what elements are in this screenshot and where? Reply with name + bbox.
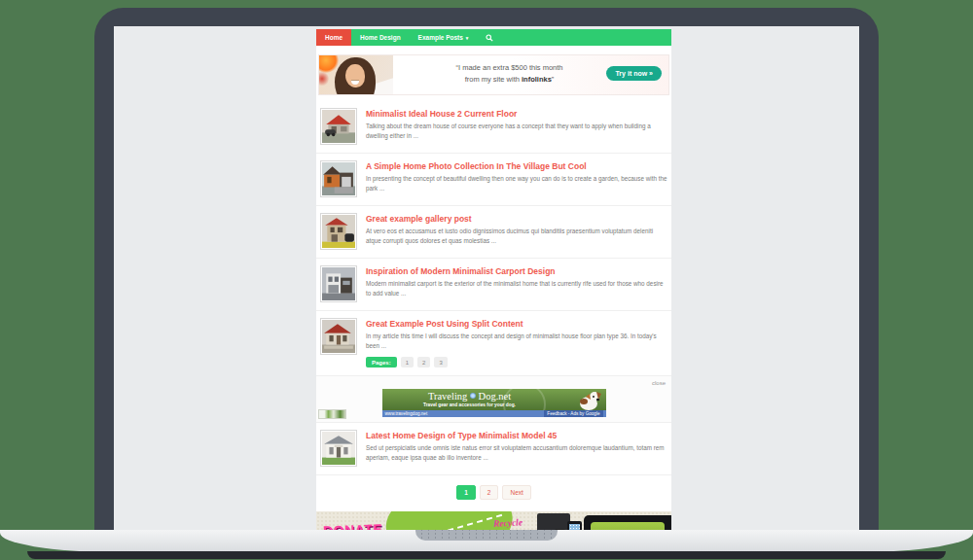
- post-thumbnail[interactable]: [320, 430, 357, 467]
- nav-item-label: Example Posts: [418, 34, 463, 41]
- pagination-page-2[interactable]: 2: [480, 485, 499, 500]
- post-thumbnail[interactable]: [320, 213, 357, 250]
- ad-title: Traveling Dog.net: [382, 391, 558, 402]
- ad-close-link[interactable]: close: [322, 378, 666, 388]
- page-number-3[interactable]: 3: [434, 357, 447, 368]
- ad-tagline: Travel gear and accessories for your dog…: [382, 402, 558, 407]
- ad-url-strip: www.travelingdog.net Feedback - Ads by G…: [382, 410, 606, 417]
- post-excerpt: Talking about the dream house of course …: [366, 122, 667, 141]
- laptop-mockup: { "colors": { "navbar_green": "#2ecc71",…: [0, 0, 973, 560]
- dog-illustration: [574, 391, 603, 410]
- post-title-link[interactable]: Latest Home Design of Type Minimalist Mo…: [366, 431, 667, 440]
- house-photo-orange-wall: [322, 162, 355, 195]
- search-icon: [486, 34, 493, 42]
- split-content-house-photo: [322, 320, 355, 353]
- post-excerpt: In presenting the concept of beautiful d…: [366, 174, 667, 193]
- post-row: A Simple Home Photo Collection In The Vi…: [316, 154, 671, 206]
- chevron-down-icon: ▾: [466, 35, 469, 41]
- post-title-link[interactable]: Inspiration of Modern Minimalist Carport…: [366, 266, 667, 276]
- laptop-base-edge: [27, 551, 946, 559]
- post-row: Great example gallery post At vero eos e…: [316, 206, 671, 259]
- post-row: Great Example Post Using Split Content I…: [316, 311, 671, 376]
- pagination-page-1[interactable]: 1: [456, 485, 476, 500]
- post-row: Inspiration of Modern Minimalist Carport…: [316, 259, 671, 311]
- classic-white-house-photo: [322, 432, 355, 465]
- try-it-now-button[interactable]: Try it now »: [606, 66, 662, 81]
- more-button[interactable]: » MORE: [591, 522, 665, 530]
- nav-item-home-design[interactable]: Home Design: [351, 29, 410, 46]
- gallery-photo-two-story-house: [322, 215, 355, 248]
- ad-woman-photo: [319, 55, 393, 94]
- site-navbar: Home Home Design Example Posts ▾: [316, 29, 671, 46]
- post-row: Minimalist Ideal House 2 Current Floor T…: [316, 101, 671, 154]
- post-excerpt: Modern minimalist carport is the exterio…: [366, 279, 667, 298]
- travelingdog-ad-banner[interactable]: Traveling Dog.net Travel gear and access…: [382, 389, 606, 417]
- post-title-link[interactable]: Great example gallery post: [366, 214, 667, 224]
- post-title-link[interactable]: Great Example Post Using Split Content: [366, 319, 667, 329]
- bottom-pagination: 1 2 Next: [316, 475, 671, 511]
- post-thumbnail[interactable]: [320, 265, 357, 302]
- laptop-hinge-notch: [415, 530, 558, 541]
- globe-icon: [470, 393, 476, 399]
- laptop-screen-bezel: Home Home Design Example Posts ▾: [94, 8, 879, 530]
- post-row: Latest Home Design of Type Minimalist Mo…: [316, 423, 671, 475]
- post-thumbnail[interactable]: [320, 318, 357, 355]
- bokeh-glow: [319, 71, 329, 87]
- page-content: “I made an extra $500 this month from my…: [316, 46, 671, 530]
- post-thumbnail[interactable]: [320, 108, 357, 145]
- house-photo-red-roof: [322, 110, 355, 143]
- pagination-next[interactable]: Next: [502, 485, 530, 500]
- nav-item-label: Home Design: [360, 34, 401, 41]
- infolinks-ad-banner[interactable]: “I made an extra $500 this month from my…: [318, 54, 669, 95]
- post-title-link[interactable]: Minimalist Ideal House 2 Current Floor: [366, 109, 667, 119]
- post-thumbnail[interactable]: [320, 160, 357, 197]
- nav-item-home[interactable]: Home: [316, 29, 351, 46]
- ad-quote-text: “I made an extra $500 this month from my…: [420, 62, 598, 85]
- inline-pagination: Pages: 1 2 3: [366, 357, 667, 368]
- laptop-screen: Home Home Design Example Posts ▾: [114, 26, 859, 530]
- more-panel: » MORE: [584, 515, 671, 530]
- page-number-2[interactable]: 2: [417, 357, 430, 368]
- nav-item-label: Home: [325, 34, 342, 41]
- donate-text: DONATE: [323, 521, 383, 530]
- tablet-graphic: [567, 521, 582, 530]
- donate-recycle-ad-banner[interactable]: DONATE Recycle gadgets to » MORE: [316, 511, 671, 530]
- ad-url[interactable]: www.travelingdog.net: [385, 411, 428, 416]
- recycle-text-line1: Recycle: [493, 517, 523, 529]
- infolinks-brand: infolinks: [522, 75, 552, 84]
- post-excerpt: At vero eos et accusamus et iusto odio d…: [366, 227, 667, 246]
- google-ad-block: close Traveling Dog.net Travel gear and …: [316, 376, 671, 423]
- page-number-1[interactable]: 1: [401, 357, 414, 368]
- nav-item-example-posts[interactable]: Example Posts ▾: [410, 29, 478, 46]
- pages-label-badge[interactable]: Pages:: [366, 357, 397, 368]
- website-viewport: Home Home Design Example Posts ▾: [316, 29, 671, 530]
- post-excerpt: Sed ut perspiciatis unde omnis iste natu…: [366, 443, 667, 463]
- post-title-link[interactable]: A Simple Home Photo Collection In The Vi…: [366, 161, 667, 171]
- search-button[interactable]: [477, 29, 502, 46]
- ads-by-google-label[interactable]: Feedback - Ads by Google: [544, 410, 602, 417]
- post-excerpt: In my article this time I will discuss t…: [366, 332, 667, 351]
- laptop-graphic: [537, 513, 570, 530]
- carport-photo-modern-house: [322, 267, 355, 300]
- partial-ad-image: [318, 409, 346, 419]
- road-dashed-line: [399, 514, 502, 530]
